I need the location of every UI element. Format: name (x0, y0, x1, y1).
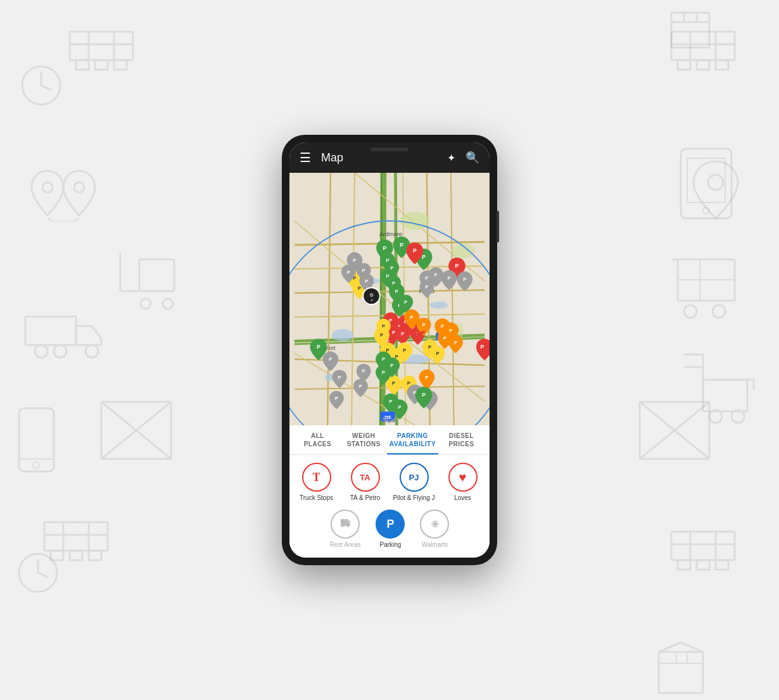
svg-rect-17 (139, 259, 174, 291)
svg-text:P: P (455, 263, 459, 269)
svg-text:P: P (383, 245, 387, 251)
svg-rect-8 (95, 60, 108, 70)
svg-rect-32 (44, 522, 108, 551)
svg-rect-73 (671, 532, 735, 560)
svg-text:P: P (329, 356, 332, 362)
svg-text:P: P (358, 285, 361, 291)
svg-text:P: P (382, 356, 385, 362)
svg-text:P: P (389, 399, 392, 404)
map-container[interactable]: Ardmore Plano Fort 35E 20 P P P P P P P (289, 173, 490, 425)
bottom-panel: ALL PLACES WEIGH STATIONS PARKING AVAILA… (289, 425, 490, 558)
hamburger-menu-icon[interactable]: ☰ (300, 150, 311, 165)
svg-text:P: P (434, 272, 438, 278)
svg-text:P: P (335, 396, 338, 401)
svg-line-2 (41, 85, 51, 90)
svg-point-56 (703, 208, 709, 214)
tab-parking-availability[interactable]: PARKING AVAILABILITY (387, 425, 438, 454)
svg-text:P: P (413, 247, 417, 254)
svg-text:P: P (359, 384, 362, 389)
phone-side-button (497, 211, 499, 242)
svg-rect-49 (671, 13, 709, 47)
svg-rect-42 (671, 32, 735, 60)
svg-point-0 (22, 66, 60, 104)
svg-text:P: P (365, 278, 368, 284)
svg-rect-29 (101, 402, 171, 459)
svg-line-31 (101, 402, 171, 459)
svg-text:P: P (353, 258, 356, 263)
pilot-icon: PJ (400, 463, 429, 492)
svg-text:Ardmore: Ardmore (379, 230, 402, 237)
svg-point-10 (42, 182, 53, 192)
loves-label: Loves (454, 494, 471, 502)
svg-line-71 (640, 402, 709, 459)
svg-point-20 (141, 299, 151, 309)
map-chevron-handle[interactable] (377, 414, 402, 425)
svg-point-53 (708, 175, 723, 190)
truck-stops-label: Truck Stops (300, 494, 333, 502)
truck-stops-icon: T (302, 463, 331, 492)
filter-walmarts[interactable]: ✳ Walmarts (420, 509, 449, 549)
filter-pilot-flying-j[interactable]: PJ Pilot & Flying J (392, 463, 436, 502)
svg-line-30 (101, 402, 171, 459)
svg-rect-7 (76, 60, 89, 70)
svg-point-28 (33, 462, 39, 468)
svg-text:P: P (347, 270, 350, 275)
svg-point-90 (400, 212, 430, 230)
svg-text:P: P (422, 392, 426, 398)
navigation-icon[interactable]: ✦ (447, 152, 455, 164)
map-svg: Ardmore Plano Fort 35E 20 P P P P P P P (289, 173, 490, 425)
svg-text:Fort: Fort (326, 345, 336, 351)
svg-text:P: P (392, 380, 395, 386)
svg-text:✦: ✦ (370, 299, 373, 302)
filter-icons-row2: ⛟ Rest Areas P Parking ✳ Walmarts (289, 509, 490, 558)
rest-areas-symbol: ⛟ (340, 518, 350, 530)
svg-text:P: P (403, 347, 406, 353)
filter-truck-stops[interactable]: T Truck Stops (294, 463, 338, 502)
loves-icon: ♥ (448, 463, 478, 492)
svg-text:P: P (362, 368, 365, 374)
svg-rect-57 (678, 259, 735, 301)
svg-text:P: P (443, 335, 446, 341)
ta-symbol: TA (360, 473, 370, 482)
svg-rect-36 (51, 551, 63, 560)
svg-point-39 (19, 554, 57, 592)
tab-all-places[interactable]: ALL PLACES (294, 425, 341, 454)
svg-rect-46 (678, 60, 690, 70)
svg-point-21 (163, 299, 173, 309)
svg-rect-48 (716, 60, 728, 70)
filter-loves[interactable]: ♥ Loves (441, 463, 484, 502)
tab-weigh-stations[interactable]: WEIGH STATIONS (341, 425, 387, 454)
search-icon[interactable]: 🔍 (466, 151, 479, 165)
svg-text:P: P (425, 284, 428, 290)
ta-petro-icon: TA (351, 463, 380, 492)
phone-speaker (370, 147, 408, 151)
svg-line-41 (38, 573, 48, 577)
svg-rect-9 (114, 60, 127, 70)
parking-label: Parking (380, 541, 402, 549)
loves-symbol: ♥ (459, 470, 467, 485)
svg-point-87 (430, 301, 448, 308)
filter-parking[interactable]: P Parking (376, 509, 405, 549)
rest-areas-icon: ⛟ (331, 509, 360, 539)
svg-text:P: P (404, 299, 407, 305)
svg-line-16 (73, 218, 79, 222)
svg-text:P: P (400, 242, 403, 248)
svg-text:P: P (407, 380, 410, 386)
walmarts-icon: ✳ (420, 509, 449, 539)
svg-text:P: P (422, 322, 426, 328)
filter-ta-petro[interactable]: TA TA & Petro (343, 463, 387, 502)
filter-rest-areas[interactable]: ⛟ Rest Areas (330, 509, 361, 549)
tab-diesel-prices[interactable]: DIESEL PRICES (438, 425, 484, 454)
svg-text:P: P (398, 404, 402, 410)
svg-line-12 (48, 218, 54, 222)
svg-text:⚙: ⚙ (369, 292, 374, 298)
svg-rect-70 (640, 402, 709, 459)
svg-line-72 (640, 402, 709, 459)
svg-rect-22 (25, 316, 76, 345)
svg-text:P: P (425, 375, 428, 380)
svg-text:P: P (317, 344, 320, 350)
svg-text:P: P (338, 375, 341, 380)
svg-text:P: P (428, 344, 431, 350)
app-title: Map (321, 151, 447, 165)
svg-rect-55 (687, 158, 725, 203)
